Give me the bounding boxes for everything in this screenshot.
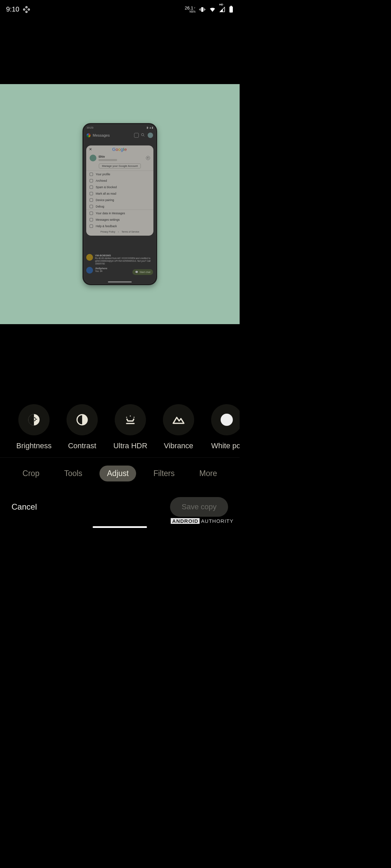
video-icon (134, 133, 139, 138)
data-icon (90, 212, 93, 215)
tab-filters[interactable]: Filters (146, 466, 182, 481)
spam-icon (90, 185, 93, 189)
menu-item: Your profile (86, 171, 153, 177)
google-wordmark: Google (94, 147, 145, 152)
message-row: VM-BOBSMS Rs 40.00 debited from A/C XXXX… (86, 254, 153, 265)
adjust-label: Vibrance (164, 441, 193, 450)
menu-item: Your data in Messages (86, 210, 153, 216)
tab-more[interactable]: More (192, 466, 224, 481)
contact-avatar (86, 267, 93, 274)
chat-icon: 💬 (135, 271, 138, 274)
svg-rect-4 (205, 9, 205, 10)
vibrance-button[interactable] (163, 404, 194, 435)
google-g-icon (87, 133, 91, 137)
adjust-label: White poi (211, 441, 240, 450)
menu-item: Device pairing (86, 197, 153, 203)
network-speed: 26.1↑ kB/s (185, 6, 196, 13)
svg-point-9 (32, 417, 33, 418)
menu-item: Debug (86, 203, 153, 210)
svg-rect-3 (199, 9, 200, 10)
adjust-label: Contrast (68, 441, 96, 450)
menu-item: Archived (86, 177, 153, 184)
account-sheet: ✕ Google Shiv ▾ Manage your Google Accou… (86, 145, 153, 236)
inner-app-title: Messages (93, 133, 110, 137)
svg-rect-1 (200, 8, 201, 11)
svg-point-7 (142, 134, 144, 136)
privacy-link: Privacy Policy (100, 231, 115, 233)
account-email-redacted (98, 159, 117, 161)
adjust-label: Ultra HDR (113, 441, 147, 450)
svg-rect-6 (230, 6, 232, 6)
svg-point-11 (126, 417, 127, 418)
action-row: Cancel Save copy (0, 492, 240, 522)
status-bar: 9:10 26.1↑ kB/s HD (0, 0, 240, 19)
ultra-hdr-button[interactable] (115, 404, 146, 435)
adjust-tool-strip[interactable]: Brightness Contrast Ultra HDR Vibrance W… (0, 397, 240, 458)
menu-item: Help & feedback (86, 223, 153, 229)
avatar (90, 155, 96, 161)
contrast-button[interactable] (67, 404, 98, 435)
inner-phone-mockup: 10:23 ▮◦▲▮ Messages ✕ Google (82, 123, 157, 285)
svg-rect-5 (229, 6, 233, 13)
svg-rect-0 (201, 7, 204, 12)
home-indicator[interactable] (93, 526, 147, 528)
adjust-label: Brightness (16, 441, 52, 450)
brightness-button[interactable] (18, 404, 50, 435)
manage-account-button: Manage your Google Account (99, 163, 141, 169)
device-pairing-icon (90, 198, 93, 202)
debug-icon (90, 205, 93, 208)
svg-point-13 (134, 417, 135, 418)
account-name: Shiv (98, 155, 117, 158)
tab-crop[interactable]: Crop (15, 466, 47, 481)
watermark: ANDROID AUTHORITY (171, 518, 234, 524)
white-point-icon (221, 414, 233, 426)
inner-clock: 10:23 (87, 126, 93, 129)
vibrate-icon (199, 6, 206, 13)
tab-adjust[interactable]: Adjust (99, 466, 136, 481)
wifi-icon (209, 6, 216, 13)
terms-link: Terms of Service (122, 231, 139, 233)
tab-tools[interactable]: Tools (57, 466, 90, 481)
settings-icon (90, 218, 93, 221)
chevron-down-icon: ▾ (146, 156, 150, 160)
svg-rect-2 (204, 8, 205, 11)
search-icon (141, 133, 146, 138)
pinwheel-icon (23, 6, 30, 13)
editor-tabs: Crop Tools Adjust Filters More (0, 461, 240, 486)
cancel-button[interactable]: Cancel (12, 502, 37, 512)
inner-status-icons: ▮◦▲▮ (147, 126, 153, 129)
clock: 9:10 (6, 5, 19, 13)
archive-icon (90, 179, 93, 182)
help-icon (90, 224, 93, 228)
avatar (148, 133, 153, 138)
svg-point-12 (130, 415, 131, 416)
editing-canvas[interactable]: 10:23 ▮◦▲▮ Messages ✕ Google (0, 84, 240, 324)
white-point-button[interactable] (211, 404, 240, 435)
save-copy-button[interactable]: Save copy (170, 497, 228, 517)
menu-item: Spam & blocked (86, 184, 153, 190)
inner-home-indicator (108, 281, 132, 282)
menu-item: Messages settings (86, 216, 153, 223)
contact-avatar (86, 254, 93, 261)
menu-item: Mark all as read (86, 190, 153, 197)
close-icon: ✕ (89, 147, 92, 152)
signal-icon: HD (219, 6, 225, 13)
start-chat-button: 💬 Start chat (132, 269, 153, 275)
mark-read-icon (90, 192, 93, 195)
battery-icon (229, 6, 234, 13)
profile-icon (90, 173, 93, 176)
